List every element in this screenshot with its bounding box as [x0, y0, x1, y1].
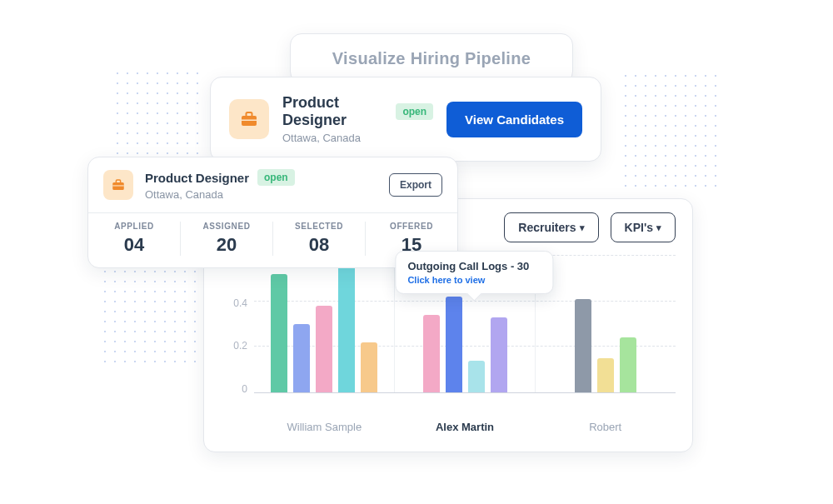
- stat-cell: SELECTED08: [273, 222, 366, 256]
- x-axis-labels: William SampleAlex MartinRobert: [254, 421, 676, 433]
- y-tick: 0.2: [233, 340, 247, 352]
- chart-bar[interactable]: [446, 297, 462, 392]
- bar-group: [536, 256, 676, 392]
- chart-bar[interactable]: [620, 337, 636, 392]
- tooltip-title: Outgoing Call Logs - 30: [407, 260, 541, 272]
- chart-bar[interactable]: [491, 317, 507, 392]
- job-card: Product Designer open Ottawa, Canada Vie…: [210, 77, 601, 162]
- stat-cell: APPLIED04: [88, 222, 181, 256]
- chart-bar[interactable]: [338, 260, 355, 392]
- y-tick: 0: [242, 383, 247, 395]
- job-info: Product Designer open Ottawa, Canada: [145, 169, 377, 201]
- chevron-down-icon: ▾: [656, 222, 661, 233]
- chart-bar[interactable]: [271, 274, 287, 392]
- job-title: Product Designer: [282, 94, 387, 129]
- briefcase-icon: [229, 99, 269, 139]
- view-candidates-button[interactable]: View Candidates: [446, 102, 582, 137]
- stat-label: SELECTED: [273, 222, 365, 231]
- svg-rect-4: [116, 180, 120, 183]
- job-title: Product Designer: [145, 171, 249, 185]
- chart-bar[interactable]: [575, 299, 591, 392]
- x-axis-label[interactable]: Robert: [535, 421, 676, 433]
- svg-rect-5: [112, 185, 124, 186]
- export-button[interactable]: Export: [389, 173, 442, 197]
- svg-rect-2: [242, 120, 257, 122]
- kpis-dropdown[interactable]: KPI's ▾: [611, 212, 676, 242]
- chart-bar[interactable]: [293, 324, 310, 392]
- stat-label: ASSIGNED: [181, 222, 272, 231]
- chart-tooltip: Outgoing Call Logs - 30Click here to vie…: [395, 251, 553, 294]
- page-title: Visualize Hiring Pipeline: [332, 49, 531, 68]
- bar-group: Outgoing Call Logs - 30Click here to vie…: [395, 256, 536, 392]
- stat-value: 08: [273, 234, 365, 256]
- chevron-down-icon: ▾: [580, 222, 585, 233]
- y-tick: 0.4: [233, 297, 247, 309]
- stat-value: 20: [181, 234, 272, 256]
- bar-group: [254, 256, 395, 392]
- chart-plot: Outgoing Call Logs - 30Click here to vie…: [254, 256, 676, 393]
- job-info: Product Designer open Ottawa, Canada: [282, 94, 433, 144]
- job-location: Ottawa, Canada: [282, 132, 433, 144]
- tooltip-link[interactable]: Click here to view: [407, 275, 541, 285]
- y-axis: 0.60.40.20: [221, 256, 254, 393]
- stat-value: 04: [88, 234, 180, 256]
- kpis-label: KPI's: [625, 221, 653, 234]
- job-location: Ottawa, Canada: [145, 188, 377, 201]
- briefcase-icon: [103, 170, 133, 200]
- stat-cell: ASSIGNED20: [181, 222, 273, 256]
- dot-grid-decoration: [621, 71, 725, 192]
- chart-bar[interactable]: [316, 306, 332, 392]
- status-badge: open: [396, 103, 433, 120]
- chart-bar[interactable]: [361, 342, 377, 392]
- dot-grid-decoration: [100, 267, 204, 371]
- svg-rect-1: [247, 112, 252, 117]
- x-axis-label[interactable]: William Sample: [254, 421, 395, 433]
- chart-bar[interactable]: [423, 315, 440, 392]
- pipeline-title-card: Visualize Hiring Pipeline: [290, 33, 573, 83]
- stat-label: APPLIED: [88, 222, 180, 231]
- chart-bar[interactable]: [468, 361, 485, 392]
- chart-bar[interactable]: [597, 358, 614, 392]
- x-axis-label[interactable]: Alex Martin: [395, 421, 536, 433]
- stat-label: OFFERED: [366, 222, 457, 231]
- recruiters-dropdown[interactable]: Recruiters ▾: [504, 212, 598, 242]
- chart-area: 0.60.40.20 Outgoing Call Logs - 30Click …: [221, 256, 676, 414]
- recruiters-label: Recruiters: [518, 221, 576, 234]
- dot-grid-decoration: [112, 68, 204, 160]
- status-badge: open: [257, 169, 295, 186]
